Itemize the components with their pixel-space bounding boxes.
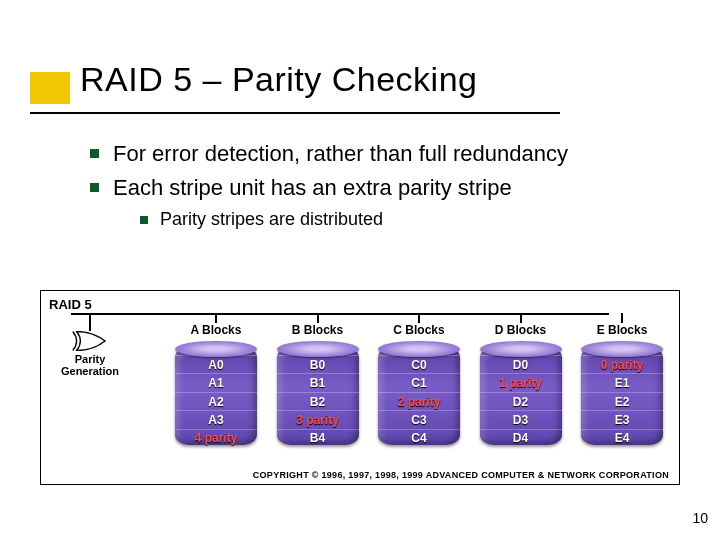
bus-drop	[89, 313, 91, 331]
disk-stripe: C3	[378, 410, 460, 428]
disk-column: C BlocksC0C12 parityC3C4	[374, 313, 464, 456]
bullet-item: Each stripe unit has an extra parity str…	[90, 174, 650, 202]
disk-stripe: C1	[378, 373, 460, 391]
bullet-list: For error detection, rather than full re…	[90, 140, 650, 230]
column-header: A Blocks	[191, 323, 242, 337]
disk-stripe: 1 parity	[480, 373, 562, 391]
data-cell: E3	[615, 413, 630, 427]
data-cell: B0	[310, 358, 325, 372]
data-cell: D2	[513, 395, 528, 409]
xor-gate-icon	[69, 331, 107, 351]
data-cell: C0	[411, 358, 426, 372]
sub-bullet-item: Parity stripes are distributed	[140, 209, 650, 230]
bus-drop	[215, 313, 217, 323]
title-block: RAID 5 – Parity Checking	[30, 60, 478, 99]
data-cell: C4	[411, 431, 426, 445]
disk-row: A BlocksA0A1A2A34 parityB BlocksB0B1B23 …	[171, 313, 667, 456]
disk-stripe: 0 parity	[581, 355, 663, 373]
data-cell: D4	[513, 431, 528, 445]
disk-stripe: E1	[581, 373, 663, 391]
disk-stripe: 2 parity	[378, 392, 460, 410]
disk-stripe: C0	[378, 355, 460, 373]
bullet-text: Each stripe unit has an extra parity str…	[113, 174, 512, 202]
data-cell: D0	[513, 358, 528, 372]
disk-rows: 0 parityE1E2E3E4	[581, 355, 663, 447]
parity-generation-label: Parity Generation	[51, 353, 129, 377]
page-number: 10	[692, 510, 708, 526]
disk-rows: D01 parityD2D3D4	[480, 355, 562, 447]
bus-drop	[317, 313, 319, 323]
disk-stripe: 3 parity	[277, 410, 359, 428]
data-cell: D3	[513, 413, 528, 427]
title-underline	[30, 112, 560, 114]
bullet-text: For error detection, rather than full re…	[113, 140, 568, 168]
slide: RAID 5 – Parity Checking For error detec…	[0, 0, 720, 540]
column-header: D Blocks	[495, 323, 546, 337]
disk-icon: B0B1B23 parityB4	[277, 341, 359, 451]
data-cell: E1	[615, 376, 630, 390]
bullet-icon	[90, 149, 99, 158]
parity-cell: 4 parity	[195, 431, 238, 445]
disk-stripe: E3	[581, 410, 663, 428]
disk-stripe: A2	[175, 392, 257, 410]
data-cell: C1	[411, 376, 426, 390]
disk-stripe: 4 parity	[175, 429, 257, 447]
bus-drop	[418, 313, 420, 323]
disk-stripe: B0	[277, 355, 359, 373]
parity-cell: 1 parity	[499, 376, 542, 390]
disk-rows: A0A1A2A34 parity	[175, 355, 257, 447]
data-cell: C3	[411, 413, 426, 427]
data-cell: A3	[208, 413, 223, 427]
disk-column: D BlocksD01 parityD2D3D4	[476, 313, 566, 456]
data-cell: A2	[208, 395, 223, 409]
disk-stripe: A1	[175, 373, 257, 391]
data-cell: E2	[615, 395, 630, 409]
disk-stripe: D2	[480, 392, 562, 410]
disk-stripe: E4	[581, 429, 663, 447]
parity-cell: 2 parity	[398, 395, 441, 409]
disk-icon: 0 parityE1E2E3E4	[581, 341, 663, 451]
disk-stripe: D4	[480, 429, 562, 447]
copyright-text: COPYRIGHT © 1996, 1997, 1998, 1999 ADVAN…	[253, 470, 669, 480]
disk-rows: B0B1B23 parityB4	[277, 355, 359, 447]
data-cell: A1	[208, 376, 223, 390]
disk-column: A BlocksA0A1A2A34 parity	[171, 313, 261, 456]
column-header: E Blocks	[597, 323, 648, 337]
disk-stripe: B1	[277, 373, 359, 391]
parity-cell: 3 parity	[296, 413, 339, 427]
disk-stripe: D3	[480, 410, 562, 428]
disk-icon: D01 parityD2D3D4	[480, 341, 562, 451]
bus-drop	[621, 313, 623, 323]
bullet-icon	[90, 183, 99, 192]
data-cell: B1	[310, 376, 325, 390]
disk-icon: A0A1A2A34 parity	[175, 341, 257, 451]
disk-column: E Blocks0 parityE1E2E3E4	[577, 313, 667, 456]
disk-column: B BlocksB0B1B23 parityB4	[273, 313, 363, 456]
bus-drop	[520, 313, 522, 323]
data-cell: A0	[208, 358, 223, 372]
diagram-title: RAID 5	[49, 297, 92, 312]
data-cell: E4	[615, 431, 630, 445]
disk-stripe: B2	[277, 392, 359, 410]
disk-stripe: E2	[581, 392, 663, 410]
data-cell: B4	[310, 431, 325, 445]
disk-stripe: C4	[378, 429, 460, 447]
bullet-icon	[140, 216, 148, 224]
bullet-item: For error detection, rather than full re…	[90, 140, 650, 168]
disk-rows: C0C12 parityC3C4	[378, 355, 460, 447]
raid5-diagram: RAID 5 Parity Generation A BlocksA0A1A2A…	[40, 290, 680, 485]
disk-stripe: B4	[277, 429, 359, 447]
column-header: C Blocks	[393, 323, 444, 337]
parity-cell: 0 parity	[601, 358, 644, 372]
data-cell: B2	[310, 395, 325, 409]
slide-title: RAID 5 – Parity Checking	[80, 60, 478, 99]
sub-bullet-text: Parity stripes are distributed	[160, 209, 383, 230]
disk-icon: C0C12 parityC3C4	[378, 341, 460, 451]
disk-stripe: A0	[175, 355, 257, 373]
column-header: B Blocks	[292, 323, 343, 337]
disk-stripe: A3	[175, 410, 257, 428]
disk-stripe: D0	[480, 355, 562, 373]
